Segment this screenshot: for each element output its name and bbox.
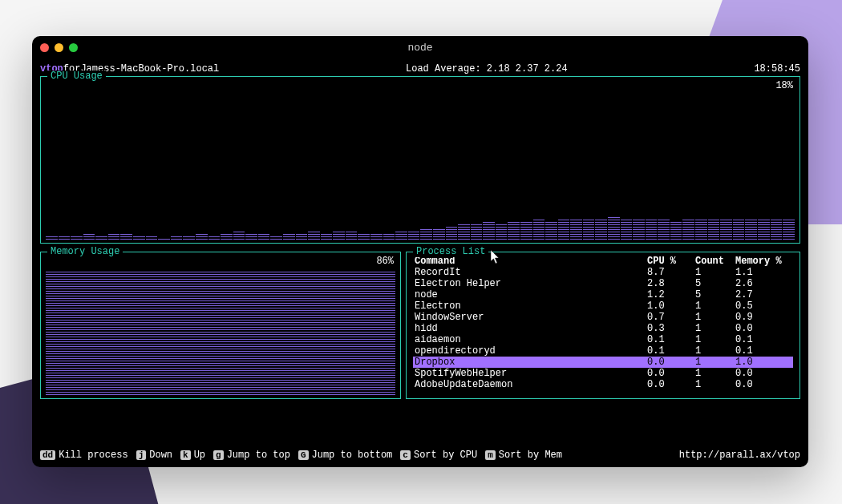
footer-url: http://parall.ax/vtop <box>679 450 800 461</box>
cpu-bar <box>333 230 345 240</box>
table-row[interactable]: SpotifyWebHelper0.010.0 <box>413 368 793 379</box>
cpu-bar <box>633 220 645 240</box>
cpu-bar <box>258 232 270 240</box>
col-memory: Memory % <box>735 256 791 267</box>
cpu-bar <box>158 237 170 240</box>
shortcut: gJump to top <box>213 450 290 461</box>
cpu-percent: 18% <box>775 80 793 91</box>
header-line: vtop for Jamess-MacBook-Pro.local Load A… <box>40 63 800 75</box>
table-row[interactable]: hidd0.310.0 <box>413 323 793 334</box>
cpu-bar <box>233 232 245 240</box>
load-average: Load Average: 2.18 2.37 2.24 <box>406 63 568 75</box>
cpu-bar <box>545 220 557 240</box>
cpu-bar <box>446 225 458 240</box>
cpu-bar <box>758 218 770 240</box>
cpu-bar <box>95 235 107 240</box>
maximize-icon[interactable] <box>69 43 78 52</box>
cpu-bar <box>496 223 508 240</box>
cpu-bar <box>558 218 570 240</box>
shortcuts: ddKill processjDownkUpgJump to topGJump … <box>40 450 562 461</box>
cpu-bar <box>395 232 407 240</box>
table-row[interactable]: Dropbox0.011.0 <box>413 357 793 368</box>
memory-panel-title: Memory Usage <box>47 246 123 257</box>
table-row[interactable]: aidaemon0.110.1 <box>413 334 793 345</box>
cpu-bar <box>370 234 383 240</box>
process-list-panel: Process List Command CPU % Count Memory … <box>406 252 800 399</box>
cpu-bar <box>270 235 282 240</box>
cpu-bar <box>508 220 520 240</box>
col-cpu: CPU % <box>647 256 695 267</box>
shortcut-key: c <box>400 450 411 460</box>
memory-usage-panel: Memory Usage 86% <box>40 252 401 399</box>
cpu-bar <box>59 235 71 240</box>
shortcut-key: g <box>213 450 224 460</box>
cpu-bar <box>520 222 532 240</box>
cpu-bar <box>583 218 595 240</box>
cpu-bar <box>621 218 633 240</box>
table-row[interactable]: WindowServer0.710.9 <box>413 312 793 323</box>
shortcut: jDown <box>136 450 172 461</box>
cpu-bar <box>120 234 132 240</box>
cpu-bar <box>383 232 395 240</box>
process-panel-title: Process List <box>413 246 488 257</box>
table-row[interactable]: node1.252.7 <box>413 289 793 300</box>
shortcut-key: m <box>485 450 496 460</box>
cpu-bar <box>670 220 682 240</box>
cpu-bar <box>83 234 95 240</box>
cpu-bar <box>71 236 83 240</box>
cpu-bar <box>221 232 233 240</box>
shortcut-label: Sort by CPU <box>414 450 477 461</box>
table-row[interactable]: opendirectoryd0.110.1 <box>413 345 793 357</box>
process-table[interactable]: Command CPU % Count Memory % RecordIt8.7… <box>407 252 799 393</box>
window-title: node <box>407 42 432 54</box>
cpu-bar <box>771 220 783 240</box>
shortcut-label: Up <box>194 450 205 461</box>
minimize-icon[interactable] <box>55 43 63 52</box>
cpu-bar <box>471 224 483 240</box>
cpu-bar <box>533 220 545 240</box>
shortcut-label: Jump to bottom <box>312 450 393 461</box>
shortcut-label: Jump to top <box>227 450 290 461</box>
terminal-window: node vtop for Jamess-MacBook-Pro.local L… <box>32 36 808 467</box>
cpu-bar <box>783 218 795 240</box>
cpu-bar <box>745 218 757 240</box>
cpu-bar <box>408 230 420 240</box>
shortcut-label: Sort by Mem <box>499 450 562 461</box>
table-row[interactable]: RecordIt8.711.1 <box>413 267 793 278</box>
cpu-bar <box>146 236 158 240</box>
cpu-bar <box>570 220 582 240</box>
shortcut-label: Kill process <box>59 450 128 461</box>
cpu-bar <box>682 220 694 240</box>
cpu-bar <box>321 232 333 240</box>
cpu-bar <box>720 220 732 240</box>
cpu-bar <box>183 235 195 240</box>
cpu-bar <box>171 236 183 240</box>
shortcut: cSort by CPU <box>400 450 477 461</box>
table-header: Command CPU % Count Memory % <box>413 256 793 267</box>
shortcut-key: k <box>180 450 191 460</box>
cpu-bar <box>733 218 745 240</box>
shortcut-key: dd <box>40 450 55 460</box>
shortcut: GJump to bottom <box>298 450 392 461</box>
cpu-bar <box>695 218 707 240</box>
cpu-bar <box>245 234 257 240</box>
cpu-bar <box>433 228 445 240</box>
col-command: Command <box>415 256 647 267</box>
table-row[interactable]: AdobeUpdateDaemon0.010.0 <box>413 379 793 390</box>
cpu-bar <box>46 236 58 240</box>
cpu-bar <box>595 218 607 240</box>
shortcut: kUp <box>180 450 205 461</box>
memory-percent: 86% <box>376 256 394 267</box>
shortcut: ddKill process <box>40 450 128 461</box>
cpu-bar <box>283 234 295 240</box>
cpu-graph <box>46 216 795 240</box>
cpu-bar <box>296 232 308 240</box>
close-icon[interactable] <box>40 43 49 52</box>
footer: ddKill processjDownkUpgJump to topGJump … <box>40 450 800 461</box>
terminal-body[interactable]: vtop for Jamess-MacBook-Pro.local Load A… <box>32 58 808 467</box>
cpu-bar <box>708 218 720 240</box>
cpu-bar <box>346 232 358 240</box>
table-row[interactable]: Electron Helper2.852.6 <box>413 278 793 289</box>
cpu-bar <box>308 232 320 240</box>
table-row[interactable]: Electron1.010.5 <box>413 300 793 312</box>
